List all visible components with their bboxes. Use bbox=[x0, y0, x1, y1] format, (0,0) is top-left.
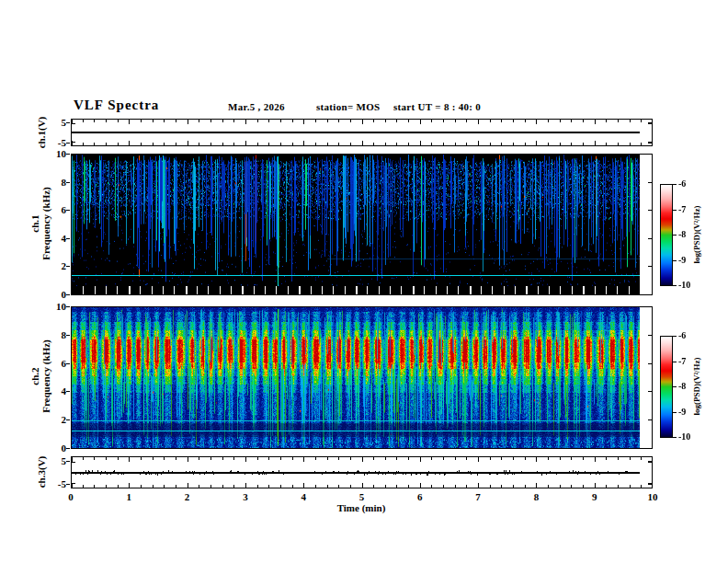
time-tick-label: 0 bbox=[57, 491, 85, 502]
colorbar-tick bbox=[673, 437, 677, 438]
volt-tick-label: 5 bbox=[46, 117, 66, 128]
time-tick-label: 5 bbox=[348, 491, 376, 502]
freq-tick-right bbox=[648, 210, 652, 211]
freq-tick-left bbox=[66, 306, 70, 307]
ch2-label-line1: ch.2 bbox=[29, 316, 40, 436]
volt-tick-left bbox=[66, 122, 70, 123]
volt-tick-right bbox=[648, 143, 652, 144]
volt-tick-label: 5 bbox=[46, 455, 66, 466]
colorbar-tick bbox=[673, 285, 677, 286]
figure-date: Mar.5 , 2026 bbox=[228, 101, 285, 112]
freq-tick-label: 8 bbox=[46, 329, 66, 340]
freq-tick-right bbox=[648, 419, 652, 420]
ch2-spectrogram-panel bbox=[71, 306, 653, 449]
freq-tick-right bbox=[648, 294, 652, 295]
volt-tick-left bbox=[66, 143, 70, 144]
ch3-voltage-panel bbox=[71, 456, 653, 488]
colorbar-tick-label: -10 bbox=[678, 431, 690, 442]
colorbar-tick-label: -6 bbox=[678, 330, 686, 341]
colorbar-tick-label: -9 bbox=[678, 255, 686, 266]
colorbar-tick-label: -7 bbox=[678, 356, 686, 367]
colorbar-tick-label: -10 bbox=[678, 280, 690, 291]
freq-tick-right bbox=[648, 448, 652, 449]
colorbar-tick bbox=[673, 210, 677, 211]
volt-tick-right bbox=[648, 122, 652, 123]
freq-tick-label: 8 bbox=[46, 177, 66, 188]
ch3-voltage-axis-label: ch.3(V) bbox=[36, 426, 47, 518]
volt-tick-label: -5 bbox=[46, 478, 66, 489]
freq-tick-left bbox=[66, 294, 70, 295]
ch2-spectrogram bbox=[72, 307, 652, 448]
freq-tick-label: 10 bbox=[46, 148, 66, 159]
freq-tick-label: 6 bbox=[46, 358, 66, 369]
colorbar-ch1 bbox=[660, 184, 673, 286]
ch1-voltage-panel bbox=[71, 119, 653, 146]
colorbar-tick bbox=[673, 412, 677, 413]
freq-tick-label: 0 bbox=[46, 289, 66, 300]
freq-tick-left bbox=[66, 266, 70, 267]
volt-tick-left bbox=[66, 461, 70, 462]
station-name: station= MOS bbox=[316, 101, 380, 112]
start-ut: start UT = 8 : 40: 0 bbox=[393, 101, 481, 112]
freq-tick-label: 6 bbox=[46, 204, 66, 215]
colorbar-tick-label: -6 bbox=[678, 178, 686, 190]
colorbar-tick-label: -8 bbox=[678, 229, 686, 240]
time-axis-label: Time (min) bbox=[306, 502, 416, 513]
freq-tick-label: 4 bbox=[46, 385, 66, 396]
freq-tick-label: 4 bbox=[46, 233, 66, 244]
freq-tick-right bbox=[648, 306, 652, 307]
colorbar-tick bbox=[673, 235, 677, 236]
freq-tick-left bbox=[66, 363, 70, 364]
colorbar-ch2 bbox=[660, 336, 673, 438]
freq-tick-label: 2 bbox=[46, 414, 66, 425]
time-tick-label: 6 bbox=[406, 491, 434, 502]
freq-tick-right bbox=[648, 154, 652, 155]
time-tick-label: 2 bbox=[174, 491, 201, 502]
volt-tick-label: -5 bbox=[46, 137, 66, 148]
time-tick-label: 1 bbox=[115, 491, 142, 502]
freq-tick-left bbox=[66, 419, 70, 420]
freq-tick-label: 0 bbox=[46, 442, 66, 454]
colorbar-tick bbox=[673, 184, 677, 185]
freq-tick-left bbox=[66, 391, 70, 392]
time-tick-label: 7 bbox=[464, 491, 492, 502]
ch1-spectrogram-panel bbox=[71, 154, 653, 295]
freq-tick-right bbox=[648, 238, 652, 239]
ch1-label-line1: ch.1 bbox=[29, 164, 40, 283]
colorbar-tick bbox=[673, 362, 677, 362]
time-tick-label: 3 bbox=[232, 491, 259, 502]
colorbar-ch1-label: log(PSD)(V²/Hz) bbox=[692, 184, 701, 285]
freq-tick-left bbox=[66, 335, 70, 336]
colorbar-tick-label: -8 bbox=[678, 381, 686, 392]
colorbar-tick-label: -9 bbox=[678, 407, 686, 418]
figure-title: VLF Spectra bbox=[74, 98, 159, 113]
freq-tick-left bbox=[66, 154, 70, 155]
time-tick-label: 9 bbox=[581, 491, 609, 502]
ch1-voltage-waveform bbox=[72, 120, 652, 145]
colorbar-tick bbox=[673, 386, 677, 387]
freq-tick-label: 10 bbox=[46, 301, 66, 312]
freq-tick-left bbox=[66, 210, 70, 211]
freq-tick-left bbox=[66, 448, 70, 449]
freq-tick-right bbox=[648, 182, 652, 183]
ch1-spectrogram bbox=[72, 155, 652, 294]
colorbar-tick-label: -7 bbox=[678, 204, 686, 215]
freq-tick-right bbox=[648, 266, 652, 267]
freq-tick-label: 2 bbox=[46, 260, 66, 271]
volt-tick-right bbox=[648, 461, 652, 462]
colorbar-tick bbox=[673, 260, 677, 261]
freq-tick-right bbox=[648, 335, 652, 336]
time-tick-label: 4 bbox=[290, 491, 317, 502]
freq-tick-right bbox=[648, 391, 652, 392]
freq-tick-left bbox=[66, 182, 70, 183]
time-tick-label: 8 bbox=[522, 491, 550, 502]
vlf-spectra-figure: VLF Spectra Mar.5 , 2026 station= MOS st… bbox=[0, 0, 728, 563]
volt-tick-left bbox=[66, 484, 70, 485]
time-tick-label: 10 bbox=[639, 491, 666, 502]
colorbar-tick bbox=[673, 336, 677, 337]
freq-tick-right bbox=[648, 363, 652, 364]
volt-tick-right bbox=[648, 484, 652, 485]
freq-tick-left bbox=[66, 238, 70, 239]
ch3-voltage-waveform bbox=[72, 457, 652, 488]
colorbar-ch2-label: log(PSD)(V²/Hz) bbox=[692, 336, 701, 437]
